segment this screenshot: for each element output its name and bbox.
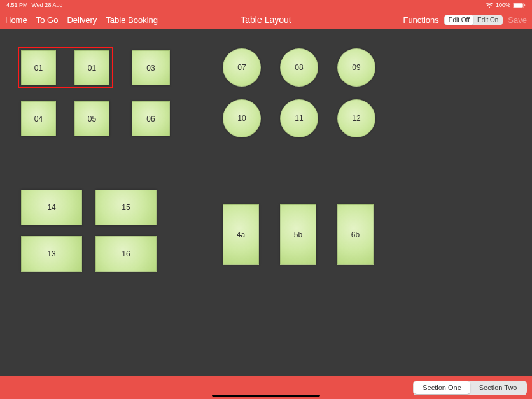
section-toggle[interactable]: Section One Section Two (413, 381, 527, 395)
table-label: 08 (295, 63, 303, 72)
table-01-dup[interactable]: 01 (74, 50, 109, 85)
table-label: 14 (47, 203, 55, 212)
table-label: 03 (146, 64, 155, 73)
section-two[interactable]: Section Two (470, 381, 526, 394)
nav-delivery[interactable]: Delivery (67, 15, 97, 25)
page-title: Table Layout (241, 15, 291, 25)
table-label: 16 (122, 249, 130, 258)
table-03[interactable]: 03 (132, 50, 170, 85)
table-label: 05 (88, 115, 96, 123)
table-label: 04 (34, 115, 43, 123)
table-label: 07 (237, 63, 246, 72)
table-08[interactable]: 08 (280, 48, 318, 87)
table-label: 6b (351, 230, 360, 239)
table-label: 01 (34, 64, 43, 73)
table-06[interactable]: 06 (132, 101, 170, 136)
table-label: 13 (47, 249, 55, 258)
section-one[interactable]: Section One (414, 381, 470, 394)
table-14[interactable]: 14 (21, 190, 82, 225)
edit-on[interactable]: Edit On (473, 15, 502, 25)
table-07[interactable]: 07 (223, 48, 261, 87)
table-5b[interactable]: 5b (280, 204, 316, 265)
battery-icon (513, 3, 526, 8)
table-09[interactable]: 09 (337, 48, 375, 87)
nav-table-booking[interactable]: Table Booking (106, 15, 158, 25)
svg-rect-2 (524, 4, 525, 6)
table-10[interactable]: 10 (223, 99, 261, 137)
table-label: 06 (146, 115, 155, 123)
table-label: 5b (294, 230, 302, 239)
table-15[interactable]: 15 (95, 190, 157, 225)
save-button[interactable]: Save (508, 15, 527, 25)
table-label: 15 (122, 203, 130, 212)
table-01[interactable]: 01 (21, 50, 56, 85)
nav-home[interactable]: Home (5, 15, 27, 25)
functions-button[interactable]: Functions (403, 15, 438, 25)
status-bar: 4:51 PM Wed 28 Aug 100% (0, 0, 532, 10)
status-time: 4:51 PM (6, 2, 28, 8)
table-04[interactable]: 04 (21, 101, 56, 136)
edit-toggle[interactable]: Edit Off Edit On (444, 15, 503, 25)
table-label: 01 (88, 64, 96, 73)
table-label: 10 (237, 114, 246, 123)
home-indicator (212, 395, 320, 397)
table-4a[interactable]: 4a (223, 204, 259, 265)
table-label: 09 (352, 63, 360, 72)
wifi-icon (486, 3, 493, 8)
table-label: 11 (295, 114, 303, 123)
nav-bar: Home To Go Delivery Table Booking Table … (0, 10, 532, 29)
status-date: Wed 28 Aug (32, 2, 63, 8)
table-label: 12 (352, 114, 360, 123)
nav-togo[interactable]: To Go (36, 15, 59, 25)
table-13[interactable]: 13 (21, 236, 82, 272)
table-16[interactable]: 16 (95, 236, 157, 272)
svg-rect-1 (514, 3, 522, 7)
table-6b[interactable]: 6b (337, 204, 374, 265)
table-label: 4a (237, 230, 245, 239)
table-11[interactable]: 11 (280, 99, 318, 137)
battery-percent: 100% (496, 2, 510, 8)
table-canvas[interactable]: 01 01 03 04 05 06 07 08 09 10 11 12 14 1… (0, 29, 532, 376)
table-12[interactable]: 12 (337, 99, 375, 137)
table-05[interactable]: 05 (74, 101, 109, 136)
edit-off[interactable]: Edit Off (445, 15, 473, 25)
